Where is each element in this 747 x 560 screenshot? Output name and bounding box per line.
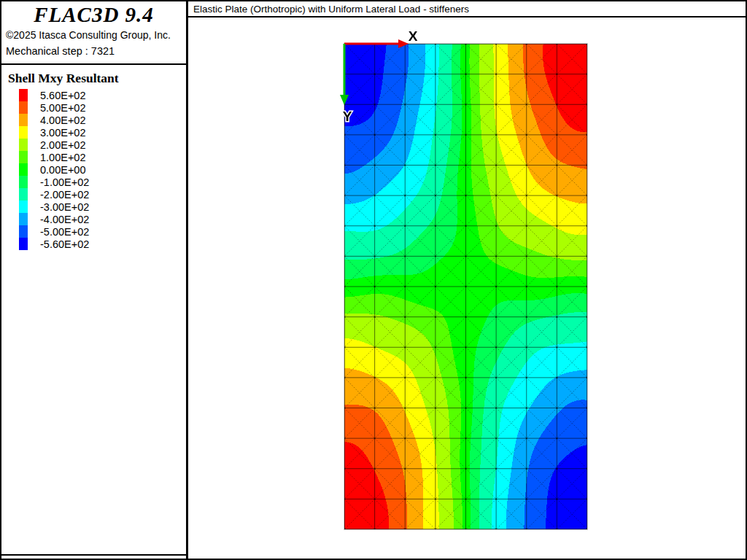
legend-swatch xyxy=(19,126,28,139)
app-logo: FLAC3D 9.4 xyxy=(1,3,186,27)
legend-value: -5.60E+02 xyxy=(40,238,89,250)
legend-entry: -2.00E+02 xyxy=(19,188,186,201)
mechanical-step-text: Mechanical step : 7321 xyxy=(6,45,186,57)
legend-swatch xyxy=(19,139,28,151)
legend-entry: 3.00E+02 xyxy=(19,126,186,139)
legend-value: 3.00E+02 xyxy=(40,127,86,139)
copyright-text: ©2025 Itasca Consulting Group, Inc. xyxy=(6,29,186,41)
legend-value: 5.00E+02 xyxy=(40,102,86,114)
plot-area[interactable]: X Y xyxy=(188,18,746,559)
legend-value: -5.00E+02 xyxy=(40,226,89,238)
legend-entries: 5.60E+025.00E+024.00E+023.00E+022.00E+02… xyxy=(19,89,186,250)
legend-swatch xyxy=(19,176,28,188)
legend-swatch xyxy=(19,201,28,213)
legend-title: Shell Mxy Resultant xyxy=(8,71,186,86)
legend-value: -4.00E+02 xyxy=(40,214,89,225)
legend-swatch xyxy=(19,101,28,114)
legend-swatch xyxy=(19,238,28,250)
legend-entry: -5.60E+02 xyxy=(19,238,186,250)
legend-swatch xyxy=(19,151,28,163)
legend-swatch xyxy=(19,225,28,238)
legend-value: -2.00E+02 xyxy=(40,189,89,201)
legend-swatch xyxy=(19,188,28,201)
legend-entry: 5.60E+02 xyxy=(19,89,186,101)
legend-value: -1.00E+02 xyxy=(40,176,89,188)
legend-value: 0.00E+00 xyxy=(40,164,86,176)
view-title-bar: Elastic Plate (Orthotropic) with Uniform… xyxy=(188,1,746,18)
legend-entry: 2.00E+02 xyxy=(19,139,186,151)
legend-swatch xyxy=(19,213,28,225)
legend-entry: -3.00E+02 xyxy=(19,201,186,213)
legend-entry: -1.00E+02 xyxy=(19,176,186,188)
legend-entry: 4.00E+02 xyxy=(19,114,186,126)
view-title: Elastic Plate (Orthotropic) with Uniform… xyxy=(193,4,469,15)
legend-entry: -4.00E+02 xyxy=(19,213,186,225)
legend-swatch xyxy=(19,114,28,126)
shell-contour-plot[interactable] xyxy=(344,44,587,529)
legend-value: 2.00E+02 xyxy=(40,139,86,151)
sidebar: FLAC3D 9.4 ©2025 Itasca Consulting Group… xyxy=(1,1,186,556)
legend-value: 1.00E+02 xyxy=(40,152,86,163)
sidebar-separator xyxy=(1,63,186,65)
legend-swatch xyxy=(19,89,28,101)
legend-value: 4.00E+02 xyxy=(40,114,86,126)
legend-entry: 1.00E+02 xyxy=(19,151,186,163)
legend-entry: 5.00E+02 xyxy=(19,101,186,114)
flac3d-window: FLAC3D 9.4 ©2025 Itasca Consulting Group… xyxy=(0,0,747,560)
legend-value: 5.60E+02 xyxy=(40,90,86,101)
legend-swatch xyxy=(19,163,28,176)
legend-entry: 0.00E+00 xyxy=(19,163,186,176)
legend-entry: -5.00E+02 xyxy=(19,225,186,238)
legend-value: -3.00E+02 xyxy=(40,201,89,213)
x-axis-label: X xyxy=(409,28,418,44)
